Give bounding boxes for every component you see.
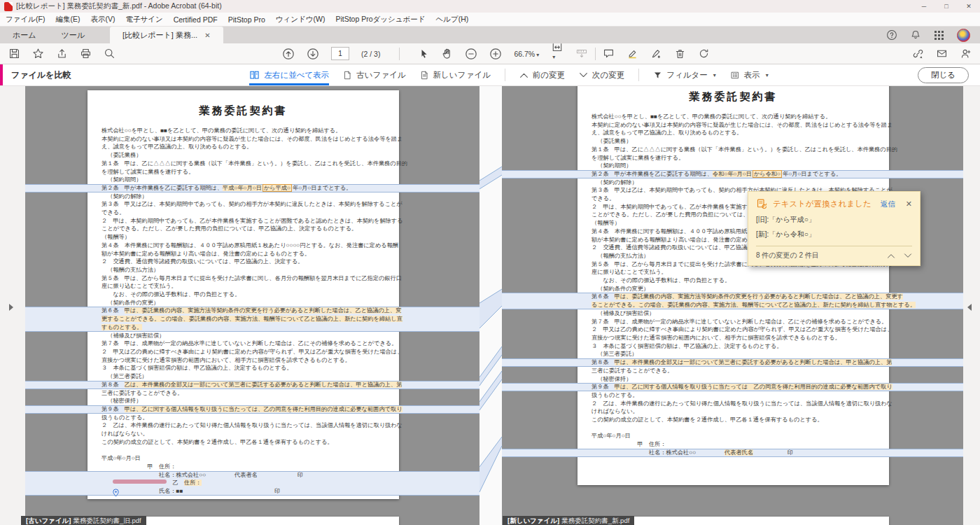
- menu-esign[interactable]: 電子サイン: [125, 15, 162, 24]
- doc-line: なお、その際の振込手数料は、甲の負担とする。: [88, 290, 399, 299]
- popup-prev-change-icon[interactable]: [887, 253, 895, 259]
- change-band-line[interactable]: 社名：株式会社○○ 代表者氏名 印: [502, 449, 963, 457]
- expand-left-panel-icon[interactable]: [9, 304, 13, 311]
- doc-line: 第１条 甲は、乙に△△△に関する業務（以下「本件業務」という。）を委託し、乙はこ…: [88, 160, 399, 168]
- change-band-line[interactable]: すものとする。: [25, 323, 479, 332]
- change-band-line[interactable]: 第９条 甲は、乙に関する個人情報を取り扱うに当たっては 乙の同意を得た利用目的の…: [502, 383, 963, 391]
- comment-icon[interactable]: [603, 48, 615, 59]
- old-file-button[interactable]: 古いファイル: [343, 64, 405, 85]
- doc-line: （報酬等）: [88, 233, 399, 241]
- user-avatar[interactable]: [957, 29, 970, 42]
- doc-line: 扱うものとする。: [88, 414, 399, 422]
- menu-window[interactable]: ウィンドウ(W): [276, 15, 326, 24]
- close-compare-button[interactable]: 閉じる: [918, 67, 969, 83]
- menu-certified-pdf[interactable]: Certified PDF: [174, 15, 218, 24]
- zoom-in-icon[interactable]: [489, 48, 502, 60]
- main-toolbar: 1 (2 / 3) 66.7%▾ ▾: [0, 43, 980, 64]
- doc-line: （秘密保持）: [578, 375, 889, 384]
- popup-next-change-icon[interactable]: [904, 253, 912, 259]
- new-document-page[interactable]: 業務委託契約書株式会社○○を甲とし、■■を乙として、甲の業務の委託に関して、次の…: [578, 86, 889, 485]
- previous-change-button[interactable]: 前の変更: [519, 64, 565, 85]
- highlighted-text: 乙は、本件業務の全部又は一部について第三者に委託する必要があると判断した場合は、…: [125, 382, 402, 388]
- save-icon[interactable]: [8, 48, 20, 59]
- doc-line: ２ 甲は、本契約期間中であっても、乙が本件業務を実施することが困難であると認めた…: [88, 217, 399, 225]
- comment-pin-icon[interactable]: [113, 489, 119, 497]
- change-band-line[interactable]: 第８条 甲は、本件業務の全部又は一部について第三者に委託する必要があると判断した…: [502, 358, 963, 367]
- measure-tool-icon[interactable]: [575, 48, 588, 59]
- doc-line: 平成○年○月○日: [88, 454, 399, 463]
- menu-file[interactable]: ファイル(F): [6, 15, 45, 24]
- refresh-icon[interactable]: [698, 48, 710, 59]
- popup-change-counter: 8 件の変更の 2 件目: [756, 251, 819, 260]
- delete-trash-icon[interactable]: [674, 48, 686, 59]
- notifications-bell-icon[interactable]: [910, 29, 921, 41]
- side-by-side-view-button[interactable]: 左右に並べて表示: [249, 64, 329, 85]
- sign-pen-icon[interactable]: [650, 48, 662, 59]
- get-link-icon[interactable]: [912, 48, 924, 59]
- highlighted-text: ることができる。この場合、委託業務の内容、実施方法、報酬等について乙と協議の上、…: [592, 302, 916, 308]
- doc-line: [578, 424, 889, 433]
- change-band-line[interactable]: 氏名：■■ 印: [25, 487, 479, 496]
- close-window-button[interactable]: ✕: [958, 0, 980, 13]
- doc-line: ことができる。ただし、乙が要した費用の負担については、甲乙協議の上、決定するもの…: [88, 225, 399, 233]
- show-dropdown[interactable]: 表示▾: [730, 64, 769, 85]
- maximize-button[interactable]: □: [935, 0, 958, 13]
- highlight-pen-icon[interactable]: [626, 48, 638, 59]
- change-band-line[interactable]: 第９条 甲は、乙に関する個人情報を取り扱うに当たっては、乙の同意を得た利用目的の…: [25, 405, 479, 414]
- tab-compare-report[interactable]: [比較レポート] 業務... ✕: [110, 27, 223, 43]
- popup-reply-link[interactable]: 返信: [881, 200, 895, 209]
- change-band-line[interactable]: 第６条 甲は、委託業務の内容、実施方法等契約条件の変更を行う必要があると判断した…: [502, 293, 963, 301]
- doc-line: （委託業務）: [578, 137, 889, 146]
- new-file-button[interactable]: 新しいファイル: [420, 64, 491, 85]
- menu-help[interactable]: ヘルプ(H): [436, 15, 469, 24]
- expand-right-panel-icon[interactable]: [967, 304, 972, 311]
- minimize-button[interactable]: ─: [913, 0, 935, 13]
- zoom-level-select[interactable]: 66.7%▾: [514, 50, 539, 58]
- change-band-line[interactable]: 第２条 甲が本件業務を乙に委託する期間は、令和○年○月○日から令和○年○月○日ま…: [502, 170, 963, 178]
- highlighted-text: 住所：: [184, 479, 202, 486]
- change-band-line[interactable]: 更することができる。この場合、委託業務の内容、実施方法、報酬等について乙と協議の…: [25, 315, 479, 323]
- menu-edit[interactable]: 編集(E): [55, 15, 80, 24]
- change-band-line[interactable]: 第８条 乙は、本件業務の全部又は一部について第三者に委託する必要があると判断した…: [25, 381, 479, 389]
- tab-home[interactable]: ホーム: [0, 27, 49, 43]
- doc-line: （第三者委託）: [578, 350, 889, 358]
- doc-line: 甲 住所：: [578, 440, 889, 449]
- help-icon[interactable]: [886, 29, 897, 41]
- hand-pan-icon[interactable]: [441, 48, 453, 59]
- add-person-icon[interactable]: [960, 48, 972, 59]
- doc-line: 株式会社○○を甲とし、■■を乙として、甲の業務の委託に関して、次の通り契約を締結…: [578, 113, 889, 121]
- tab-close-icon[interactable]: ✕: [204, 31, 210, 39]
- mail-icon[interactable]: [936, 48, 948, 59]
- old-file-label: [古いファイル] 業務委託契約書_旧.pdf: [21, 516, 146, 525]
- change-band-line[interactable]: ることができる。この場合、委託業務の内容、実施方法、報酬等について乙と協議の上、…: [502, 301, 963, 309]
- page-number-input[interactable]: 1: [331, 47, 349, 60]
- filter-dropdown[interactable]: フィルター▾: [653, 64, 716, 85]
- apps-grid-icon[interactable]: [934, 30, 944, 41]
- search-icon[interactable]: [104, 48, 115, 59]
- change-band-line[interactable]: 社名：株式会社○○ 代表者名 印: [25, 471, 479, 479]
- popup-close-icon[interactable]: ✕: [906, 200, 912, 209]
- favorite-star-icon[interactable]: [32, 48, 44, 59]
- deleted-text-marker: [113, 479, 167, 484]
- share-icon[interactable]: [56, 48, 68, 59]
- doc-line: （報酬の支払方法）: [88, 266, 399, 274]
- fit-width-icon[interactable]: ▾: [551, 41, 564, 66]
- menu-view[interactable]: 表示(V): [90, 15, 115, 24]
- next-change-button[interactable]: 次の変更: [579, 64, 624, 85]
- doc-line: ２ 交通費、通信費等諸経費の取扱いについては、甲乙協議の上、決定する。: [88, 258, 399, 266]
- print-icon[interactable]: [80, 48, 92, 59]
- change-band-line[interactable]: 乙 住所：: [25, 479, 479, 487]
- zoom-out-icon[interactable]: [465, 48, 477, 60]
- select-cursor-icon[interactable]: [419, 48, 429, 59]
- change-band-line[interactable]: 第２条 甲が本件業務を乙に委託する期間は、平成○年○月○日から平成○年○月○日ま…: [25, 184, 479, 192]
- highlighted-text: 令和○年○月○日: [713, 171, 752, 177]
- menu-pitstop-pro[interactable]: PitStop Pro: [228, 15, 265, 24]
- change-band-line[interactable]: 第６条 甲は、委託業務の内容、実施方法等契約条件の変更を行う必要があると判断した…: [25, 307, 479, 315]
- doc-line: 直接かつ現実に受けた通常損害の範囲内において、相手方に損害賠償を請求できるものと…: [578, 334, 889, 342]
- menu-pitstop-dashboard[interactable]: PitStop Proダッシュボード: [335, 15, 425, 24]
- next-page-icon[interactable]: [307, 48, 319, 60]
- previous-page-icon[interactable]: [282, 48, 295, 60]
- text-replaced-popup[interactable]: テキストが置換されました 返信 ✕ [旧]:「から平成○」 [新]:「から令和○…: [748, 191, 920, 266]
- old-document-page[interactable]: 業務委託契約書株式会社○○を甲とし、■■を乙として、甲の業務の委託に関して、次の…: [88, 90, 399, 499]
- tab-tools[interactable]: ツール: [49, 27, 98, 43]
